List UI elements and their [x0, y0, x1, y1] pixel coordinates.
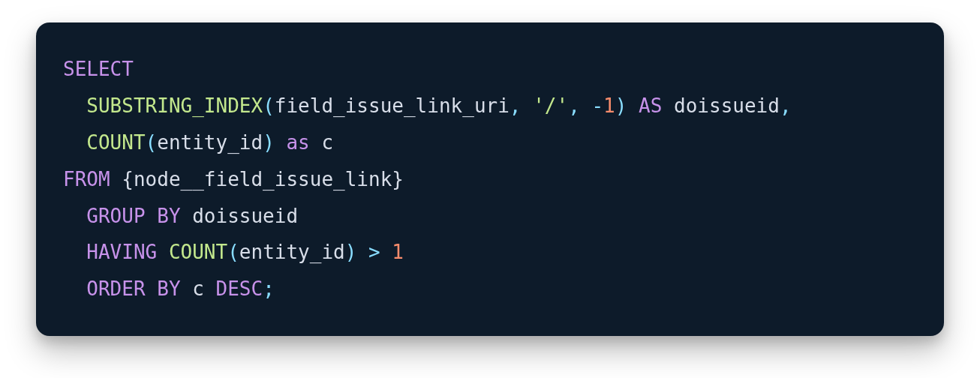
line-4: FROM {node__field_issue_link}	[63, 168, 404, 190]
paren-open: (	[263, 94, 275, 117]
identifier-entity-id: entity_id	[239, 241, 345, 263]
comma: ,	[568, 94, 580, 117]
number-neg-1: 1	[603, 94, 615, 117]
line-5: GROUP BY doissueid	[63, 205, 298, 227]
keyword-group-by: GROUP BY	[86, 205, 180, 227]
line-1: SELECT	[63, 58, 134, 80]
function-count: COUNT	[169, 241, 227, 263]
keyword-having: HAVING	[86, 241, 157, 263]
function-substring-index: SUBSTRING_INDEX	[86, 94, 263, 117]
keyword-order-by: ORDER BY	[86, 278, 180, 300]
keyword-desc: DESC	[216, 278, 263, 300]
operator-gt: >	[368, 241, 380, 263]
keyword-select: SELECT	[63, 58, 134, 80]
negative-sign: -	[591, 94, 603, 117]
string-slash: '/'	[533, 94, 568, 117]
number-1: 1	[392, 241, 404, 263]
keyword-as: AS	[639, 94, 662, 117]
identifier-doissueid: doissueid	[192, 205, 298, 227]
identifier-entity-id: entity_id	[157, 131, 263, 154]
sql-code-block: SELECT SUBSTRING_INDEX(field_issue_link_…	[36, 22, 944, 336]
line-3: COUNT(entity_id) as c	[63, 131, 333, 154]
alias-doissueid: doissueid	[674, 94, 780, 117]
comma: ,	[510, 94, 522, 117]
paren-open: (	[146, 131, 158, 154]
comma: ,	[780, 94, 792, 117]
line-2: SUBSTRING_INDEX(field_issue_link_uri, '/…	[63, 94, 792, 117]
table-name: {node__field_issue_link}	[122, 168, 404, 190]
identifier-c: c	[192, 278, 204, 300]
identifier-field-issue-link-uri: field_issue_link_uri	[275, 94, 510, 117]
alias-c: c	[321, 131, 333, 154]
line-7: ORDER BY c DESC;	[63, 278, 275, 300]
semicolon: ;	[263, 278, 275, 300]
paren-close: )	[263, 131, 275, 154]
line-6: HAVING COUNT(entity_id) > 1	[63, 241, 404, 263]
paren-close: )	[345, 241, 357, 263]
keyword-as: as	[286, 131, 309, 154]
function-count: COUNT	[86, 131, 145, 154]
paren-close: )	[615, 94, 627, 117]
paren-open: (	[227, 241, 239, 263]
keyword-from: FROM	[63, 168, 110, 190]
